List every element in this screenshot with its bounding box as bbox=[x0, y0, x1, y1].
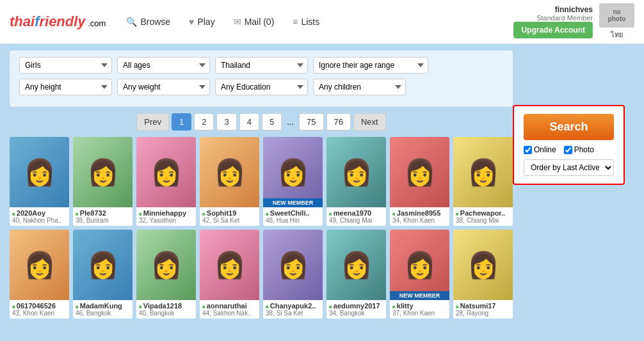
page-2-button[interactable]: 2 bbox=[194, 113, 214, 131]
next-button[interactable]: Next bbox=[353, 113, 386, 131]
page-75-button[interactable]: 75 bbox=[299, 113, 323, 131]
main-content: Girls Guys Both All ages 18-25 26-35 Tha… bbox=[0, 44, 644, 325]
page-1-button[interactable]: 1 bbox=[172, 113, 191, 131]
profile-card[interactable]: 👩aonnaruthai44, Sakhon Nak.. bbox=[200, 230, 259, 319]
profile-details: 38, Chiang Mai bbox=[456, 217, 510, 224]
profile-card[interactable]: 👩Sophit1942, Si Sa Ket bbox=[200, 137, 259, 226]
profile-details: 34, Khon Kaen bbox=[392, 217, 447, 224]
profiles-row-2: 👩061704652643, Khon Kaen👩MadamKung46, Ba… bbox=[10, 230, 513, 319]
user-level: Standard Member bbox=[513, 14, 593, 22]
profile-details: 28, Rayong bbox=[456, 310, 510, 317]
country-filter[interactable]: Thailand Any country bbox=[215, 57, 308, 74]
profile-name: Vipada1218 bbox=[139, 302, 193, 310]
nav-items: 🔍 Browse ♥ Play ✉ Mail (0) ≡ Lists bbox=[118, 13, 501, 30]
profile-name: Sophit19 bbox=[202, 209, 257, 217]
header-right: finnichves Standard Member Upgrade Accou… bbox=[513, 3, 634, 40]
layout-wrapper: Girls Guys Both All ages 18-25 26-35 Tha… bbox=[10, 51, 634, 319]
photo-checkbox-label[interactable]: Photo bbox=[564, 145, 594, 154]
profile-name: klitty bbox=[392, 302, 447, 310]
profile-name: Minniehappy bbox=[139, 209, 193, 217]
photo-checkbox[interactable] bbox=[564, 146, 572, 154]
search-button[interactable]: Search bbox=[524, 114, 614, 140]
lists-icon: ≡ bbox=[293, 17, 298, 27]
no-photo-box: nophoto bbox=[599, 3, 634, 28]
logo[interactable]: thaifriendly .com bbox=[10, 14, 106, 29]
user-info: finnichves Standard Member Upgrade Accou… bbox=[513, 5, 593, 38]
page-5-button[interactable]: 5 bbox=[262, 113, 282, 131]
profile-card[interactable]: 👩Chanyapuk2..38, Si Sa Ket bbox=[263, 230, 323, 319]
profile-details: 40, Nakhon Pha.. bbox=[12, 217, 67, 224]
filter-checkboxes: Online Photo bbox=[524, 145, 614, 154]
browse-icon: 🔍 bbox=[126, 17, 137, 27]
filter-row-2: Any height Any weight Any Education Any … bbox=[19, 79, 503, 95]
play-icon: ♥ bbox=[189, 17, 194, 27]
gender-filter[interactable]: Girls Guys Both bbox=[19, 57, 112, 74]
profile-card[interactable]: 👩meena197049, Chiang Mai bbox=[326, 137, 386, 226]
online-checkbox[interactable] bbox=[524, 146, 532, 154]
filter-area: Girls Guys Both All ages 18-25 26-35 Tha… bbox=[10, 51, 513, 107]
page-3-button[interactable]: 3 bbox=[216, 113, 236, 131]
nav-lists[interactable]: ≡ Lists bbox=[285, 13, 327, 30]
filter-row-1: Girls Guys Both All ages 18-25 26-35 Tha… bbox=[19, 57, 503, 74]
profile-card[interactable]: 👩Minniehappy32, Yasothon bbox=[136, 137, 196, 226]
profile-details: 40, Bangkok bbox=[139, 310, 193, 317]
profile-card[interactable]: 👩061704652643, Khon Kaen bbox=[10, 230, 69, 319]
profile-name: 2020Aoy bbox=[12, 209, 67, 217]
upgrade-button[interactable]: Upgrade Account bbox=[513, 22, 593, 38]
profile-card[interactable]: 👩Pachewapor..38, Chiang Mai bbox=[453, 137, 513, 226]
profile-name: MadamKung bbox=[76, 302, 130, 310]
user-name: finnichves bbox=[513, 5, 593, 14]
profile-name: aonnaruthai bbox=[202, 302, 257, 310]
profile-details: 43, Khon Kaen bbox=[12, 310, 67, 317]
profile-card[interactable]: 👩MadamKung46, Bangkok bbox=[73, 230, 133, 319]
new-member-badge: NEW MEMBER bbox=[390, 291, 449, 300]
profile-card[interactable]: 👩2020Aoy40, Nakhon Pha.. bbox=[10, 137, 69, 226]
age-range-filter[interactable]: Ignore their age range Match age range bbox=[313, 57, 428, 74]
nav-play[interactable]: ♥ Play bbox=[181, 13, 223, 30]
prev-button[interactable]: Prev bbox=[136, 113, 169, 131]
profile-details: 38, Buriram bbox=[76, 217, 130, 224]
ellipsis: ... bbox=[284, 117, 296, 127]
education-filter[interactable]: Any Education bbox=[215, 79, 308, 95]
profile-card[interactable]: 👩aedumny201734, Bangkok bbox=[326, 230, 386, 319]
profile-name: Jasmine8955 bbox=[392, 209, 447, 217]
profile-details: 38, Si Sa Ket bbox=[266, 310, 320, 317]
nav-mail[interactable]: ✉ Mail (0) bbox=[226, 13, 282, 30]
profile-card[interactable]: 👩NEW MEMBERklitty37, Khon Kaen bbox=[390, 230, 449, 319]
profiles-row-1: 👩2020Aoy40, Nakhon Pha..👩Ple873238, Buri… bbox=[10, 137, 513, 226]
new-member-badge: NEW MEMBER bbox=[263, 198, 323, 207]
weight-filter[interactable]: Any weight bbox=[117, 79, 210, 95]
profile-details: 42, Si Sa Ket bbox=[202, 217, 257, 224]
children-filter[interactable]: Any children bbox=[313, 79, 406, 95]
order-select[interactable]: Order by Last Active Order by Newest Ord… bbox=[524, 159, 614, 176]
profile-details: 44, Sakhon Nak.. bbox=[202, 310, 257, 317]
profile-details: 34, Bangkok bbox=[329, 310, 383, 317]
age-filter[interactable]: All ages 18-25 26-35 bbox=[117, 57, 210, 74]
page-4-button[interactable]: 4 bbox=[239, 113, 259, 131]
profile-card[interactable]: 👩Vipada121840, Bangkok bbox=[136, 230, 196, 319]
height-filter[interactable]: Any height bbox=[19, 79, 112, 95]
search-panel: Search Online Photo Order by Last Active… bbox=[513, 105, 625, 185]
profile-name: 0617046526 bbox=[12, 302, 67, 310]
header: thaifriendly .com 🔍 Browse ♥ Play ✉ Mail… bbox=[0, 0, 644, 44]
language-selector[interactable]: ไทย bbox=[611, 29, 623, 40]
profile-name: Pachewapor.. bbox=[456, 209, 510, 217]
profile-details: 48, Hua Hin bbox=[266, 217, 320, 224]
profile-details: 32, Yasothon bbox=[139, 217, 193, 224]
profile-card[interactable]: 👩Jasmine895534, Khon Kaen bbox=[390, 137, 449, 226]
profile-name: SweetChili.. bbox=[266, 209, 320, 217]
profile-name: Ple8732 bbox=[76, 209, 130, 217]
profile-card[interactable]: 👩Natsumi1728, Rayong bbox=[453, 230, 513, 319]
pagination: Prev 1 2 3 4 5 ... 75 76 Next bbox=[10, 113, 513, 131]
profile-details: 49, Chiang Mai bbox=[329, 217, 383, 224]
profile-card[interactable]: 👩Ple873238, Buriram bbox=[73, 137, 133, 226]
online-checkbox-label[interactable]: Online bbox=[524, 145, 556, 154]
profile-card[interactable]: 👩NEW MEMBERSweetChili..48, Hua Hin bbox=[263, 137, 323, 226]
profile-details: 46, Bangkok bbox=[76, 310, 130, 317]
profile-name: aedumny2017 bbox=[329, 302, 383, 310]
profile-details: 37, Khon Kaen bbox=[392, 310, 447, 317]
mail-icon: ✉ bbox=[234, 17, 241, 27]
profile-name: Natsumi17 bbox=[456, 302, 510, 310]
page-76-button[interactable]: 76 bbox=[326, 113, 351, 131]
nav-browse[interactable]: 🔍 Browse bbox=[118, 13, 178, 30]
